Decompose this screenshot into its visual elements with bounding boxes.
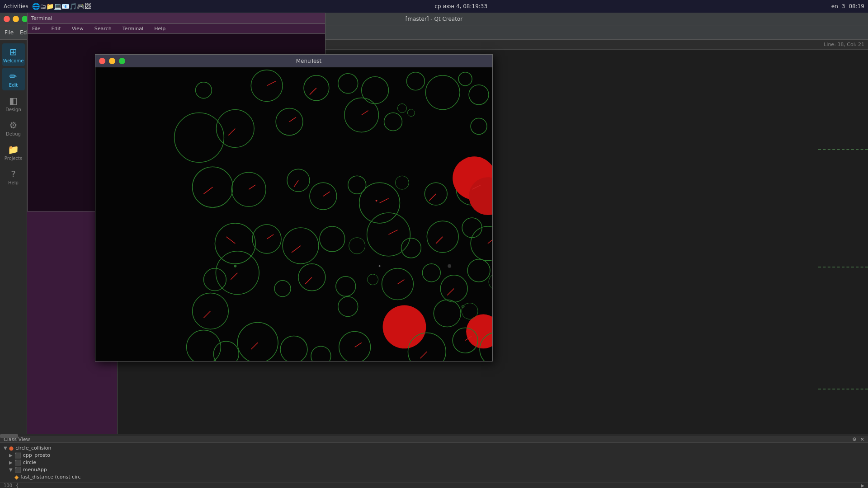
svg-line-84 [292,246,301,253]
terminal-menu-edit[interactable]: Edit [48,26,63,32]
svg-point-2 [304,75,329,101]
svg-line-80 [429,194,436,201]
menutest-window[interactable]: MenuTest [95,54,493,361]
projects-label: Projects [5,156,22,161]
tree-circle-arrow: ▶ [9,460,13,465]
menu-file[interactable]: File [2,29,16,36]
svg-point-47 [422,264,440,282]
terminal-menu-search[interactable]: Search [92,26,114,32]
sidebar-item-edit[interactable]: ✏ Edit [2,68,25,90]
svg-line-92 [203,311,210,318]
svg-point-4 [362,77,389,104]
svg-point-7 [458,72,472,86]
class-view-settings[interactable]: ⚙ [852,436,857,442]
sidebar-item-projects[interactable]: 📁 Projects [2,141,25,164]
tree-menuapp-arrow: ▼ [9,467,13,472]
edit-label: Edit [9,83,18,88]
svg-point-1 [251,70,283,102]
svg-point-44 [336,277,356,296]
tree-root[interactable]: ▼ ● circle_collision [4,445,864,452]
bottom-status-brace: { [16,483,19,488]
svg-point-58 [187,330,221,361]
tree-item-menuapp[interactable]: ▼ ⬛ menuApp [4,466,864,474]
scroll-thumb [0,434,18,438]
svg-point-18 [231,172,266,206]
tree-fast-distance-label: fast_distance (const circ [20,474,80,480]
svg-line-90 [397,280,404,284]
svg-line-75 [203,187,212,194]
sidebar-item-welcome[interactable]: ⊞ Welcome [2,43,25,66]
tree-circle-icon: ⬛ [14,460,21,466]
svg-line-73 [228,128,235,135]
svg-point-36 [401,238,421,258]
svg-point-56 [462,303,478,319]
svg-point-15 [471,118,487,134]
menutest-canvas[interactable] [95,67,492,361]
svg-point-0 [195,82,212,99]
svg-point-32 [283,228,319,264]
debug-icon: ⚙ [9,120,18,131]
svg-point-53 [193,293,229,329]
svg-line-78 [323,192,330,196]
svg-point-42 [274,281,291,297]
design-icon: ◧ [9,95,18,106]
svg-point-49 [467,259,490,282]
minimize-button[interactable] [13,16,19,22]
activities-label[interactable]: Activities [4,3,28,9]
svg-line-87 [488,238,492,244]
lang-indicator: en [831,3,838,9]
svg-line-88 [231,273,237,280]
terminal-menu-file[interactable]: File [29,26,43,32]
svg-point-51 [383,305,426,349]
tree-menuapp-icon: ⬛ [14,467,21,473]
clock: 08:19 [849,3,864,9]
line-col-status: Line: 38, Col: 21 [824,42,864,47]
svg-point-43 [298,264,326,291]
menutest-close[interactable] [99,58,105,64]
close-button[interactable] [4,16,10,22]
tree-cpp-prosto-label: cpp_prosto [23,452,50,458]
tree-item-circle[interactable]: ▶ ⬛ circle [4,459,864,466]
sidebar-item-design[interactable]: ◧ Design [2,92,25,115]
svg-line-76 [249,185,255,189]
class-view-content: ▼ ● circle_collision ▶ ⬛ cpp_prosto ▶ ⬛ … [0,443,868,483]
terminal-menu-terminal[interactable]: Terminal [120,26,146,32]
terminal-title-text: Terminal [31,15,52,21]
debug-run-status: ▶ [861,483,864,488]
menutest-min[interactable] [109,58,115,64]
terminal-menu-view[interactable]: View [69,26,86,32]
datetime-label: ср июн 4, 08:19:33 [434,3,487,9]
sidebar-item-help[interactable]: ? Help [2,165,25,188]
svg-line-82 [226,237,235,244]
svg-line-83 [267,235,274,239]
svg-point-3 [338,74,358,94]
left-sidebar: ⊞ Welcome ✏ Edit ◧ Design ⚙ Debug 📁 Proj… [0,40,27,488]
system-bar-right: en 3 08:19 [831,3,864,9]
svg-line-77 [294,180,298,187]
menutest-max[interactable] [119,58,125,64]
sidebar-item-debug[interactable]: ⚙ Debug [2,117,25,139]
tree-item-fast-distance[interactable]: ◆ fast_distance (const circ [4,474,864,481]
svg-line-91 [447,289,454,296]
svg-point-23 [395,176,409,189]
tree-item-cpp-prosto[interactable]: ▶ ⬛ cpp_prosto [4,452,864,459]
circles-canvas [95,67,492,361]
class-view-close[interactable]: ✕ [860,436,864,442]
svg-line-95 [420,352,427,358]
terminal-menubar: File Edit View Search Terminal Help [28,24,325,34]
svg-point-6 [425,75,460,110]
svg-point-98 [376,200,377,202]
tree-root-icon: ● [9,445,14,451]
svg-point-33 [320,226,345,252]
svg-point-14 [397,104,406,113]
design-label: Design [5,107,21,112]
menutest-title: MenuTest [129,58,489,64]
tree-circle-label: circle [23,460,36,465]
help-label: Help [8,180,19,185]
svg-line-93 [251,343,258,349]
dashed-line-1 [818,149,868,150]
svg-line-94 [355,343,362,347]
bottom-panel: Class View ⚙ ✕ ▼ ● circle_collision ▶ ⬛ … [0,434,868,488]
terminal-menu-help[interactable]: Help [151,26,168,32]
horizontal-scrollbar[interactable] [0,434,868,436]
